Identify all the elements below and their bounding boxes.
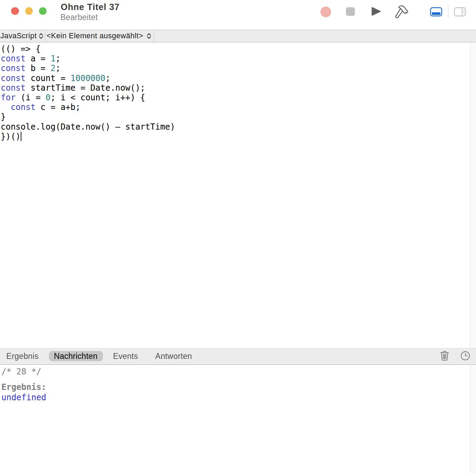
code-token: c = a+b; <box>36 102 80 112</box>
code-token: count = <box>26 73 70 83</box>
tab-antworten[interactable]: Antworten <box>155 351 190 362</box>
code-token: const <box>1 63 26 73</box>
code-line: (() => { <box>1 44 470 54</box>
code-token: ; <box>56 54 60 63</box>
record-button[interactable] <box>320 7 331 17</box>
code-text[interactable]: (() => {const a = 1;const b = 2;const co… <box>0 43 470 141</box>
code-line: const b = 2; <box>1 63 470 73</box>
code-token: (i = <box>16 93 46 102</box>
window-subtitle: Bearbeitet <box>60 13 98 22</box>
code-token: for <box>1 93 16 102</box>
code-line: })() <box>1 132 470 141</box>
navigation-bar: JavaScript <Kein Element ausgewählt> <box>0 30 476 42</box>
code-editor[interactable]: (() => {const a = 1;const b = 2;const co… <box>0 43 470 348</box>
code-token: b = <box>26 63 50 73</box>
log-comment: /* 28 */ <box>1 367 41 376</box>
navbar-separator <box>45 30 45 42</box>
tab-ergebnis[interactable]: Ergebnis <box>5 351 40 362</box>
toolbar-divider <box>448 4 448 19</box>
code-token: 1 <box>51 54 56 63</box>
code-token: 0 <box>46 93 50 102</box>
popup-updown-icon <box>147 33 151 39</box>
navbar-separator <box>154 30 154 42</box>
code-token: ; <box>56 63 60 73</box>
code-line: const startTime = Date.now(); <box>1 83 470 93</box>
code-token: 1000000 <box>70 73 105 83</box>
results-pane <box>0 365 470 473</box>
element-popup-label: <Kein Element ausgewählt> <box>47 32 143 40</box>
clear-log-button[interactable] <box>440 350 449 361</box>
history-button[interactable] <box>460 351 470 361</box>
close-button[interactable] <box>11 7 19 15</box>
code-token: } <box>1 112 6 122</box>
text-caret <box>21 132 21 141</box>
window-title: Ohne Titel 37 <box>61 2 120 12</box>
code-line: console.log(Date.now() — startTime) <box>1 122 470 132</box>
element-popup[interactable]: <Kein Element ausgewählt> <box>47 30 151 42</box>
code-token: })() <box>1 132 21 141</box>
code-line: const c = a+b; <box>1 102 470 112</box>
language-popup-label: JavaScript <box>0 32 37 40</box>
title-bar: Ohne Titel 37 Bearbeitet <box>0 0 476 30</box>
code-token: ; <box>105 73 110 83</box>
zoom-button[interactable] <box>39 7 47 15</box>
code-token: (() => { <box>1 44 41 54</box>
compile-button[interactable] <box>393 4 409 21</box>
code-token <box>1 102 11 112</box>
code-token: const <box>1 73 26 83</box>
popup-updown-icon <box>39 33 43 39</box>
result-label: Ergebnis: <box>1 382 46 392</box>
code-token: ; i < count; i++) { <box>51 93 146 102</box>
code-token: const <box>1 83 26 93</box>
code-line: const count = 1000000; <box>1 73 470 83</box>
tab-events[interactable]: Events <box>108 351 143 362</box>
code-line: const a = 1; <box>1 54 470 63</box>
minimize-button[interactable] <box>25 7 33 15</box>
code-token: const <box>1 54 26 63</box>
accessory-tab-bar: Ergebnis Nachrichten Events Antworten <box>0 348 476 365</box>
code-token: 2 <box>51 63 56 73</box>
code-line: for (i = 0; i < count; i++) { <box>1 93 470 102</box>
stop-button[interactable] <box>346 7 355 16</box>
language-popup[interactable]: JavaScript <box>0 30 43 42</box>
result-value: undefined <box>1 393 46 402</box>
code-token: console.log(Date.now() — startTime) <box>1 122 175 132</box>
tab-nachrichten[interactable]: Nachrichten <box>49 351 103 362</box>
run-button[interactable] <box>370 5 383 18</box>
code-token: a = <box>26 54 50 63</box>
bottom-panel-toggle-button[interactable] <box>430 7 443 17</box>
editor-scrollbar-track[interactable] <box>470 43 476 473</box>
code-line: } <box>1 112 470 122</box>
sidebar-toggle-button[interactable] <box>454 7 466 17</box>
code-token: const <box>11 102 36 112</box>
code-token: startTime = Date.now(); <box>26 83 145 93</box>
